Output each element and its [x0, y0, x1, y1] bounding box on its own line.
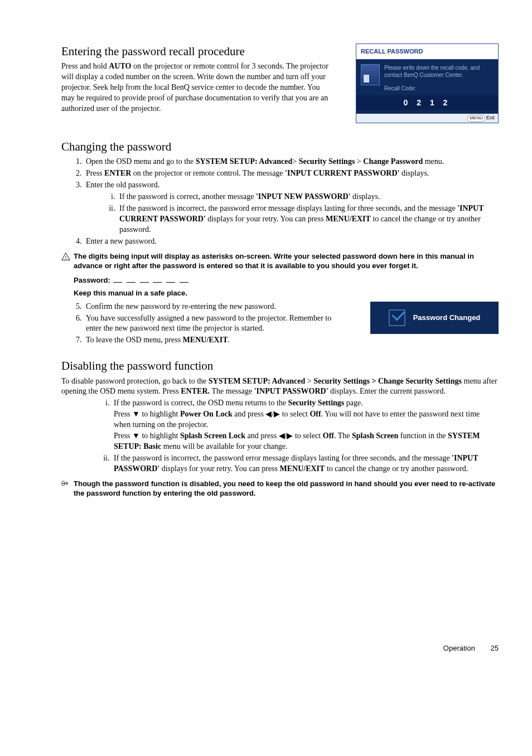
arrow-left-icon: ◀: [279, 431, 285, 440]
check-icon: [389, 309, 405, 326]
arrow-down-icon: ▼: [132, 409, 140, 418]
recall-body: Please write down the recall code, and c…: [356, 60, 498, 114]
note-icon: [61, 479, 71, 491]
password-line: Password:: [74, 275, 499, 285]
pw-blank: [113, 282, 122, 283]
lock-icon: [361, 64, 380, 85]
item-4: Enter a new password.: [84, 236, 499, 247]
page-number: 25: [491, 644, 499, 652]
heading-changing-password: Changing the password: [61, 139, 499, 154]
password-changed-text: Password Changed: [413, 313, 481, 323]
changing-password-list: Open the OSD menu and go to the SYSTEM S…: [61, 157, 499, 246]
pw-blank: [166, 282, 175, 283]
note-text: Though the password function is disabled…: [74, 479, 499, 498]
arrow-right-icon: ▶: [274, 409, 280, 418]
recall-password-dialog: RECALL PASSWORD Please write down the re…: [356, 43, 499, 123]
pw-blank: [153, 282, 162, 283]
heading-disabling-password: Disabling the password function: [61, 358, 499, 374]
pw-blank: [140, 282, 149, 283]
password-changed-dialog: Password Changed: [370, 302, 499, 334]
item-6: You have successfully assigned a new pas…: [84, 313, 348, 335]
arrow-right-icon: ▶: [287, 431, 293, 440]
keep-manual-text: Keep this manual in a safe place.: [74, 288, 499, 298]
para-disable: To disable password protection, go back …: [61, 376, 499, 398]
warning-text: The digits being input will display as a…: [74, 251, 499, 271]
disable-list: If the password is correct, the OSD menu…: [61, 398, 499, 474]
item-3: Enter the old password. If the password …: [84, 180, 499, 235]
arrow-left-icon: ◀: [265, 409, 272, 418]
svg-text:!: !: [65, 254, 66, 260]
item-3i: If the password is correct, another mess…: [117, 192, 499, 202]
item-2: Press ENTER on the projector or remote c…: [84, 168, 499, 179]
warning-block: ! The digits being input will display as…: [61, 251, 499, 298]
item-7: To leave the OSD menu, press MENU/EXIT.: [84, 335, 499, 346]
recall-code-value: 0 2 1 2: [356, 95, 498, 110]
recall-code-label: Recall Code:: [384, 85, 494, 93]
item-1: Open the OSD menu and go to the SYSTEM S…: [84, 157, 499, 167]
warning-icon: !: [61, 252, 71, 264]
recall-title: RECALL PASSWORD: [356, 44, 498, 60]
recall-message: Please write down the recall code, and c…: [384, 64, 494, 79]
menu-button[interactable]: MENU: [467, 115, 485, 122]
disable-i: If the password is correct, the OSD menu…: [112, 398, 499, 452]
pw-blank: [180, 282, 188, 283]
page-footer: Operation 25: [61, 643, 499, 653]
arrow-down-icon: ▼: [132, 431, 140, 440]
recall-footer: MENUExit: [356, 114, 498, 123]
note-block: Though the password function is disabled…: [61, 479, 499, 498]
disable-ii: If the password is incorrect, the passwo…: [112, 453, 499, 474]
pw-blank: [127, 282, 136, 283]
exit-label: Exit: [486, 115, 495, 120]
item-3ii: If the password is incorrect, the passwo…: [117, 203, 499, 235]
para-recall: Press and hold AUTO on the projector or …: [61, 61, 335, 114]
footer-section: Operation: [443, 644, 475, 652]
